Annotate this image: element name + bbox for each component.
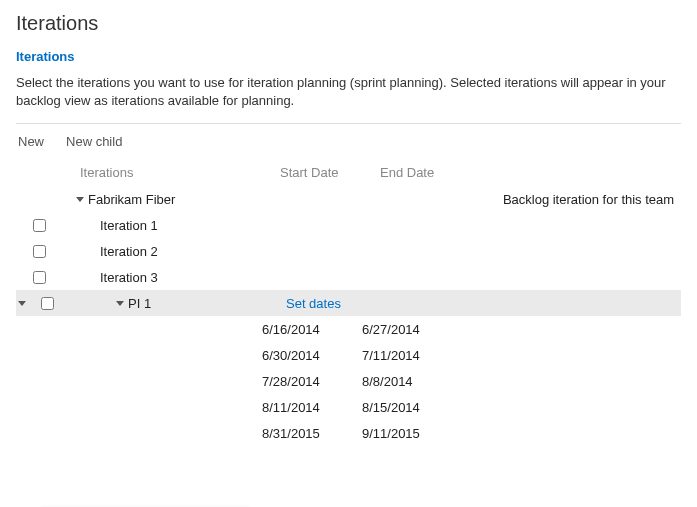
iteration-row[interactable]: Iteration 2 [62,244,300,259]
section-link[interactable]: Iterations [16,49,681,64]
date-end: 7/11/2014 [362,348,482,363]
checkbox-iteration-3[interactable] [33,271,46,284]
date-end: 9/11/2015 [362,426,482,441]
checkbox-iteration-1[interactable] [33,219,46,232]
checkbox-pi1[interactable] [41,297,54,310]
toolbar-new[interactable]: New [18,134,44,149]
selected-iteration-name: PI 1 [128,296,151,311]
column-header-end: End Date [380,165,500,180]
column-header-iterations: Iterations [62,165,280,180]
column-header-start: Start Date [280,165,380,180]
row-menu-icon[interactable] [18,301,26,306]
page-title: Iterations [16,12,681,35]
root-name: Fabrikam Fiber [88,192,175,207]
toolbar-new-child[interactable]: New child [66,134,122,149]
selected-iteration[interactable]: PI 1 [62,296,286,311]
date-start: 8/31/2015 [262,426,362,441]
date-end: 6/27/2014 [362,322,482,337]
divider [16,123,681,124]
date-end: 8/8/2014 [362,374,482,389]
iteration-row[interactable]: Iteration 3 [62,270,300,285]
root-note: Backlog iteration for this team [496,192,681,207]
expand-icon[interactable] [116,301,124,306]
tree-root[interactable]: Fabrikam Fiber [62,192,276,207]
date-start: 6/30/2014 [262,348,362,363]
date-start: 6/16/2014 [262,322,362,337]
iteration-row[interactable]: Iteration 1 [62,218,300,233]
set-dates-link[interactable]: Set dates [286,296,386,311]
expand-icon[interactable] [76,197,84,202]
checkbox-iteration-2[interactable] [33,245,46,258]
date-start: 7/28/2014 [262,374,362,389]
date-end: 8/15/2014 [362,400,482,415]
date-start: 8/11/2014 [262,400,362,415]
description: Select the iterations you want to use fo… [16,74,681,109]
